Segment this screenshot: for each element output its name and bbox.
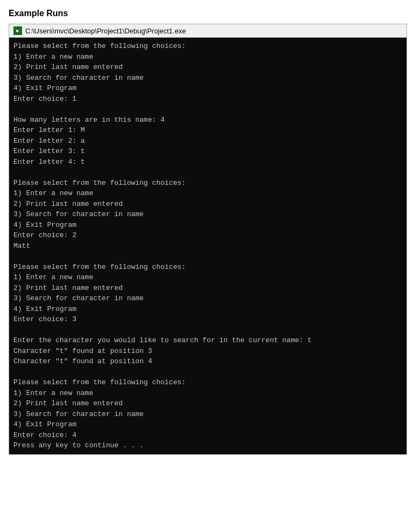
terminal-path: C:\Users\mvc\Desktop\Project1\Debug\Proj…	[25, 27, 186, 35]
terminal-titlebar: ► C:\Users\mvc\Desktop\Project1\Debug\Pr…	[9, 24, 407, 38]
terminal-body: Please select from the following choices…	[9, 38, 407, 454]
terminal-icon: ►	[13, 26, 22, 35]
page-title: Example Runs	[9, 9, 411, 18]
terminal-wrapper: ► C:\Users\mvc\Desktop\Project1\Debug\Pr…	[9, 24, 407, 455]
